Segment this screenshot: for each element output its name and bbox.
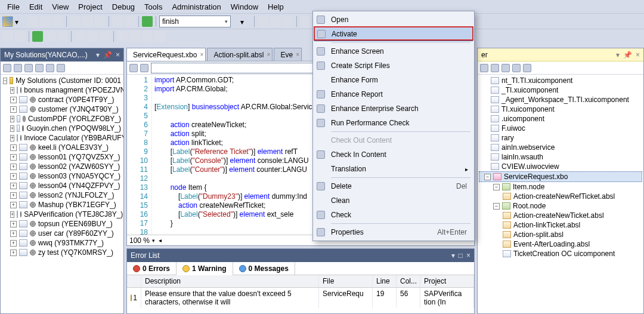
solution-item[interactable]: +contract (Y0PE4TF9Y_) [2,95,122,104]
new-project-icon[interactable] [2,16,13,27]
solution-item[interactable]: +topsun (YEEN69BUY_) [2,219,122,229]
document-tab[interactable]: Eve× [274,48,302,61]
error-row[interactable]: 1Please ensure that the value doesn't ex… [127,288,474,308]
stop-icon[interactable] [57,31,68,42]
redo-icon[interactable] [125,16,135,27]
solution-item[interactable]: +lesson03 (YN0A5YQCY_) [2,171,122,181]
ctx-open[interactable]: Open [314,13,473,27]
close-icon[interactable]: × [267,51,271,58]
nav-back-icon[interactable] [129,64,138,72]
solution-item[interactable]: +wwq (Y93TMK77Y_) [2,238,122,248]
explorer-subitem[interactable]: −Item.node [479,182,642,192]
solution-item[interactable]: +bonus managment (YPOEZJVN [2,85,122,95]
ctx-enhance-form[interactable]: Enhance Form [314,73,473,87]
close-icon[interactable]: × [466,251,470,260]
expand-icon[interactable]: + [10,173,17,180]
toolbar-icon[interactable] [15,31,26,42]
refresh-icon[interactable] [3,64,11,72]
exp-tool-icon[interactable] [512,64,521,72]
expand-icon[interactable]: + [10,144,17,151]
sol-tool-icon[interactable] [14,64,22,72]
solution-item[interactable]: +CustomPDF (YORLZFOBY_) [2,114,122,124]
collapse-icon[interactable]: − [493,184,500,190]
run-icon[interactable] [142,16,153,27]
expand-icon[interactable]: + [10,87,14,94]
document-tab[interactable]: ServiceRequest.xbo× [126,48,206,61]
ctx-enhance-report[interactable]: Enhance Report [314,87,473,101]
menu-file[interactable]: File [2,1,24,13]
toolbar-icon[interactable] [154,31,165,42]
explorer-subitem[interactable]: TicketCreation OC uicomponent [479,249,642,258]
expand-icon[interactable]: + [10,192,17,199]
solution-item[interactable]: +lesson02 (YAZW60SYY_) [2,162,122,171]
expand-icon[interactable]: + [10,221,17,227]
solution-item[interactable]: +lesson01 (YQ7QVZ5XY_) [2,152,122,162]
explorer-item[interactable]: rary [479,133,642,143]
expand-icon[interactable]: + [10,211,14,218]
ctx-check-in-content[interactable]: Check In Content [314,147,473,162]
solution-item[interactable]: +zy test (YQ7K0MRSY_) [2,248,122,257]
ctx-clean[interactable]: Clean [314,193,473,208]
expand-icon[interactable]: + [10,116,14,122]
explorer-item[interactable]: lainIn.wsauth [479,152,642,162]
exp-tool-icon[interactable] [480,64,488,72]
error-grid[interactable]: Description File Line Col... Project 1Pl… [127,275,474,313]
toolbar-icon[interactable] [258,16,268,27]
menu-window[interactable]: Window [226,1,263,13]
ctx-activate[interactable]: Activate [314,27,473,41]
solutions-root[interactable]: −My Solutions (Customer ID: 0001 [2,76,122,85]
ctx-delete[interactable]: DeleteDel [314,179,473,193]
solution-item[interactable]: +SAPVerification (YTEJ8CJ8Y_) [2,210,122,219]
exp-tool-icon[interactable] [523,64,531,72]
ctx-run-performance-check[interactable]: Run Performance Check [314,116,473,130]
explorer-item[interactable]: TI.xuicomponent [479,104,642,114]
expand-icon[interactable]: + [10,154,17,161]
explorer-subitem[interactable]: Action-linkTicket.absl [479,220,642,230]
close-icon[interactable]: × [200,51,204,58]
explorer-item[interactable]: F.uiwoc [479,124,642,133]
ctx-enhance-enterprise-search[interactable]: Enhance Enterprise Search [314,101,473,116]
copy-icon[interactable] [82,16,93,27]
toolbar-icon[interactable] [117,31,128,42]
expand-icon[interactable]: + [10,106,17,113]
menu-help[interactable]: Help [263,1,289,13]
exp-tool-icon[interactable] [501,64,510,72]
exp-tool-icon[interactable] [491,64,499,72]
explorer-subitem[interactable]: Action-createNewTicket.absl [479,211,642,220]
ctx-check[interactable]: Check [314,208,473,222]
expand-icon[interactable]: + [10,240,17,247]
step-icon[interactable] [75,31,85,42]
solution-item[interactable]: +customer (YJNQ4T90Y_) [2,104,122,114]
expand-icon[interactable]: + [10,164,17,170]
menu-edit[interactable]: Edit [24,1,47,13]
menu-administration[interactable]: Administration [167,1,225,13]
solutions-tree[interactable]: −My Solutions (Customer ID: 0001+bonus m… [1,75,123,313]
explorer-item[interactable]: _TI.xuicomponent [479,85,642,95]
sol-tool-icon[interactable] [35,64,44,72]
save-icon[interactable] [40,16,51,27]
ctx-translation[interactable]: Translation [314,162,473,176]
nav-fwd-icon[interactable] [140,64,148,72]
messages-tab[interactable]: 0 Messages [233,262,295,275]
warnings-tab[interactable]: 1 Warning [177,262,233,275]
solution-item[interactable]: +user car (Y89F60ZYY_) [2,229,122,238]
close-icon[interactable]: × [116,51,120,59]
expand-icon[interactable]: + [10,183,17,189]
ctx-create-script-files[interactable]: Create Script Files [314,59,473,73]
close-icon[interactable]: × [636,51,640,59]
expand-icon[interactable]: + [10,125,14,132]
play-icon[interactable] [32,31,43,42]
collapse-icon[interactable]: − [493,203,500,210]
toolbar-icon[interactable] [300,16,311,27]
solution-item[interactable]: +lesson04 (YN4QZFPVY_) [2,181,122,190]
collapse-icon[interactable]: − [3,78,7,84]
toolbar-icon[interactable] [142,31,153,42]
solution-item[interactable]: +keel.li (YOALE3V3Y_) [2,143,122,152]
config-combo[interactable]: finish [159,16,231,27]
undo-icon[interactable] [112,16,123,27]
menu-debug[interactable]: Debug [107,1,140,13]
sol-tool-icon[interactable] [57,64,65,72]
pin-icon[interactable]: ▾ [96,51,100,59]
expand-icon[interactable]: + [10,202,17,208]
document-tab[interactable]: Action-split.absl× [207,48,273,61]
